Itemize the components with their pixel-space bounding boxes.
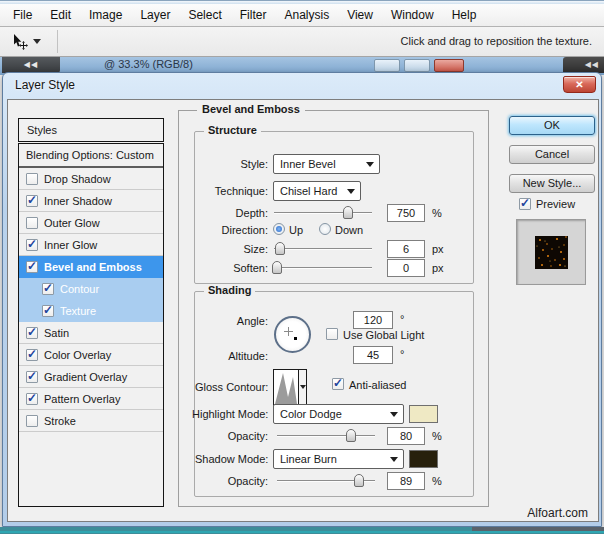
style-row-bevel-and-emboss[interactable]: Bevel and Emboss xyxy=(19,256,163,278)
dialog-title: Layer Style xyxy=(15,78,75,92)
ok-button[interactable]: OK xyxy=(509,116,595,135)
new-style-button[interactable]: New Style... xyxy=(509,174,595,193)
highlight-opacity-thumb[interactable] xyxy=(346,429,356,442)
style-row-gradient-overlay[interactable]: Gradient Overlay xyxy=(19,366,163,388)
checkbox-bevel-and-emboss[interactable] xyxy=(26,261,38,273)
checkbox-contour[interactable] xyxy=(42,283,54,295)
size-slider[interactable] xyxy=(274,248,372,250)
style-row-contour[interactable]: Contour xyxy=(19,278,163,300)
depth-slider-thumb[interactable] xyxy=(343,206,353,219)
highlight-mode-label: Highlight Mode: xyxy=(192,408,268,420)
move-tool-button[interactable] xyxy=(6,30,58,53)
style-row-inner-glow[interactable]: Inner Glow xyxy=(19,234,163,256)
blending-options-row[interactable]: Blending Options: Custom xyxy=(19,144,163,168)
style-row-drop-shadow[interactable]: Drop Shadow xyxy=(19,168,163,190)
menu-item-analysis[interactable]: Analysis xyxy=(275,4,338,26)
technique-dropdown[interactable]: Chisel Hard xyxy=(273,181,361,201)
checkbox-satin[interactable] xyxy=(26,327,38,339)
checkbox-stroke[interactable] xyxy=(26,415,38,427)
depth-slider[interactable] xyxy=(274,212,372,214)
soften-input[interactable]: 0 xyxy=(387,259,425,277)
cancel-button[interactable]: Cancel xyxy=(509,145,595,164)
style-row-inner-shadow[interactable]: Inner Shadow xyxy=(19,190,163,212)
menu-item-help[interactable]: Help xyxy=(443,4,486,26)
highlight-opacity-input[interactable]: 80 xyxy=(387,427,425,445)
shadow-opacity-unit: % xyxy=(432,475,442,487)
soften-slider-thumb[interactable] xyxy=(272,261,282,274)
panel-collapse-icon[interactable]: ◀◀ xyxy=(563,57,604,73)
chevron-down-icon xyxy=(347,189,355,194)
style-row-texture[interactable]: Texture xyxy=(19,300,163,322)
technique-dropdown-value: Chisel Hard xyxy=(280,185,337,197)
use-global-light-checkbox[interactable] xyxy=(326,328,338,340)
highlight-mode-dropdown[interactable]: Color Dodge xyxy=(273,404,404,424)
move-tool-icon xyxy=(12,34,28,50)
checkbox-drop-shadow[interactable] xyxy=(26,173,38,185)
depth-label: Depth: xyxy=(195,207,268,219)
gloss-contour-picker[interactable] xyxy=(273,369,307,406)
size-slider-thumb[interactable] xyxy=(275,242,285,255)
canvas-background-strip xyxy=(0,527,604,534)
anti-aliased-label: Anti-aliased xyxy=(349,379,406,391)
angle-input[interactable]: 120 xyxy=(353,311,393,329)
menu-item-image[interactable]: Image xyxy=(80,4,131,26)
menu-item-layer[interactable]: Layer xyxy=(131,4,179,26)
style-row-label: Texture xyxy=(60,305,96,317)
collapse-arrows-icon[interactable]: ◀◀ xyxy=(2,57,60,73)
checkbox-color-overlay[interactable] xyxy=(26,349,38,361)
shadow-opacity-thumb[interactable] xyxy=(354,474,364,487)
style-row-pattern-overlay[interactable]: Pattern Overlay xyxy=(19,388,163,410)
style-row-stroke[interactable]: Stroke xyxy=(19,410,163,432)
size-unit: px xyxy=(432,243,444,255)
direction-down-radio[interactable] xyxy=(319,223,331,235)
menu-item-select[interactable]: Select xyxy=(179,4,230,26)
chevron-down-icon[interactable] xyxy=(298,370,306,405)
checkbox-pattern-overlay[interactable] xyxy=(26,393,38,405)
checkbox-outer-glow[interactable] xyxy=(26,217,38,229)
style-row-label: Outer Glow xyxy=(44,217,100,229)
preview-toggle[interactable]: Preview xyxy=(519,198,575,210)
menu-item-view[interactable]: View xyxy=(338,4,382,26)
style-dropdown[interactable]: Inner Bevel xyxy=(273,154,380,174)
menu-item-file[interactable]: File xyxy=(4,4,41,26)
style-row-outer-glow[interactable]: Outer Glow xyxy=(19,212,163,234)
shadow-color-swatch[interactable] xyxy=(409,450,438,468)
shadow-opacity-input[interactable]: 89 xyxy=(387,472,425,490)
checkbox-gradient-overlay[interactable] xyxy=(26,371,38,383)
size-input[interactable]: 6 xyxy=(387,240,425,258)
altitude-input[interactable]: 45 xyxy=(353,346,393,364)
depth-input[interactable]: 750 xyxy=(387,204,425,222)
menu-item-filter[interactable]: Filter xyxy=(231,4,276,26)
shadow-opacity-slider[interactable] xyxy=(277,480,375,482)
anti-aliased-checkbox[interactable] xyxy=(332,378,344,390)
style-row-label: Contour xyxy=(60,283,99,295)
style-row-satin[interactable]: Satin xyxy=(19,322,163,344)
size-label: Size: xyxy=(195,243,268,255)
checkbox-texture[interactable] xyxy=(42,305,54,317)
doc-close-button[interactable] xyxy=(434,59,464,72)
angle-dial-marker xyxy=(294,337,297,340)
layer-style-dialog: Layer Style ✕ Styles Blending Options: C… xyxy=(2,72,602,527)
menu-item-window[interactable]: Window xyxy=(382,4,443,26)
menu-item-edit[interactable]: Edit xyxy=(41,4,80,26)
style-row-label: Color Overlay xyxy=(44,349,111,361)
angle-dial[interactable] xyxy=(274,316,311,353)
minimize-button[interactable] xyxy=(374,59,400,72)
shadow-mode-dropdown[interactable]: Linear Burn xyxy=(273,449,404,469)
direction-up-radio[interactable] xyxy=(273,223,285,235)
maximize-button[interactable] xyxy=(404,59,430,72)
preview-checkbox[interactable] xyxy=(519,198,531,210)
shadow-mode-value: Linear Burn xyxy=(280,453,337,465)
dialog-close-button[interactable]: ✕ xyxy=(563,76,596,93)
checkbox-inner-glow[interactable] xyxy=(26,239,38,251)
chevron-down-icon xyxy=(390,412,398,417)
tool-preset-dropdown-icon[interactable] xyxy=(33,39,41,44)
highlight-color-swatch[interactable] xyxy=(409,405,438,423)
preview-label: Preview xyxy=(536,198,575,210)
style-row-color-overlay[interactable]: Color Overlay xyxy=(19,344,163,366)
highlight-opacity-slider[interactable] xyxy=(277,435,375,437)
technique-label: Technique: xyxy=(195,185,268,197)
soften-slider[interactable] xyxy=(274,267,372,269)
gloss-contour-label: Gloss Contour: xyxy=(195,381,268,393)
checkbox-inner-shadow[interactable] xyxy=(26,195,38,207)
